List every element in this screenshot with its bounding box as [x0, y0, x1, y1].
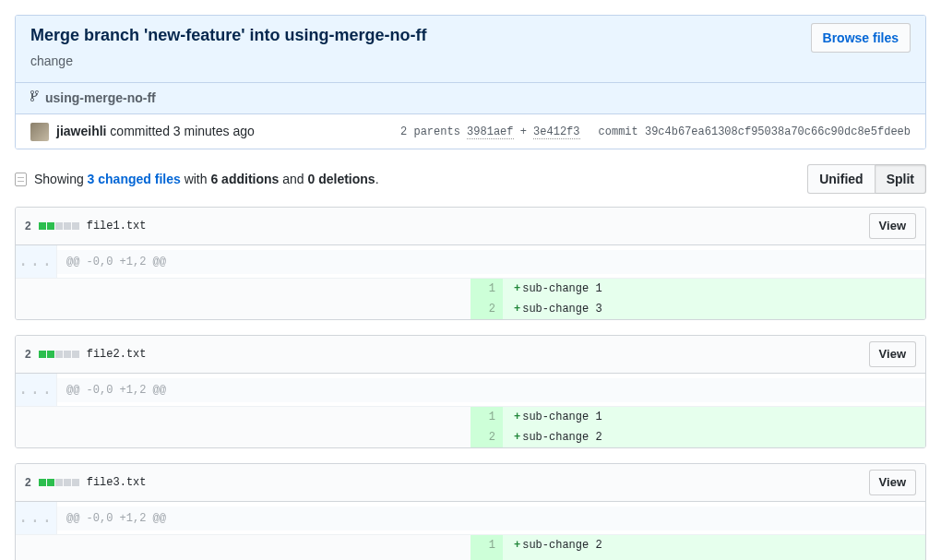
file-panel: 2 file2.txt View ... @@ -0,0 +1,2 @@ 1 +…	[15, 335, 926, 448]
added-line: +sub-change 2	[503, 427, 925, 447]
diff-line: 2 +sub-change 3	[16, 299, 925, 319]
changed-files-link[interactable]: 3 changed files	[88, 172, 181, 186]
line-number: 2	[470, 299, 503, 319]
diff-line: 1 +sub-change 1	[16, 279, 925, 299]
hunk-header: @@ -0,0 +1,2 @@	[57, 506, 925, 530]
commit-full-sha: 39c4b67ea61308cf95038a70c66c90dc8e5fdeeb	[645, 125, 911, 138]
diffstat-icon	[39, 351, 79, 358]
hunk-header: @@ -0,0 +1,2 @@	[57, 250, 925, 274]
file-change-count: 2	[25, 346, 31, 363]
view-file-button[interactable]: View	[869, 470, 916, 495]
avatar[interactable]	[30, 123, 49, 141]
commit-title: Merge branch 'new-feature' into using-me…	[30, 23, 796, 48]
file-name[interactable]: file1.txt	[87, 218, 147, 234]
file-change-count: 2	[25, 474, 31, 491]
added-line: +sub-change 3	[503, 555, 925, 560]
file-name[interactable]: file3.txt	[87, 474, 147, 491]
diff-line: 1 +sub-change 2	[16, 535, 925, 555]
parent-sha-2[interactable]: 3e412f3	[533, 125, 579, 139]
commit-word: commit	[599, 125, 638, 138]
view-file-button[interactable]: View	[869, 341, 916, 367]
file-panel: 2 file3.txt View ... @@ -0,0 +1,2 @@ 1 +…	[15, 463, 926, 560]
additions-count: 6 additions	[210, 172, 279, 186]
diffstat-icon	[39, 222, 79, 230]
browse-files-button[interactable]: Browse files	[811, 23, 911, 53]
expand-hunk-button[interactable]: ...	[16, 245, 57, 278]
line-number: 1	[470, 279, 503, 299]
diff-line: 2 +sub-change 2	[16, 427, 925, 447]
diffstat-icon	[39, 479, 79, 486]
line-number: 2	[470, 427, 503, 447]
file-list-icon[interactable]	[15, 173, 27, 186]
added-line: +sub-change 3	[503, 299, 925, 319]
line-number: 1	[470, 407, 503, 427]
hunk-header: @@ -0,0 +1,2 @@	[57, 378, 925, 402]
summary-text: Showing 3 changed files with 6 additions…	[34, 170, 379, 189]
branch-name: using-merge-no-ff	[45, 89, 156, 108]
committed-word: committed	[110, 124, 170, 138]
file-change-count: 2	[25, 218, 31, 234]
plus-sep: +	[520, 125, 533, 138]
branch-row: using-merge-no-ff	[16, 82, 925, 113]
commit-box: Merge branch 'new-feature' into using-me…	[15, 15, 926, 149]
commit-description: change	[30, 52, 796, 71]
branch-icon	[30, 89, 40, 108]
parents-label: 2 parents	[400, 125, 460, 138]
added-line: +sub-change 2	[503, 535, 925, 555]
relative-time: 3 minutes ago	[173, 124, 255, 138]
parent-sha-1[interactable]: 3981aef	[467, 125, 513, 139]
author-link[interactable]: jiaweihli	[56, 124, 106, 138]
file-panel: 2 file1.txt View ... @@ -0,0 +1,2 @@ 1 +…	[15, 207, 926, 320]
file-name[interactable]: file2.txt	[87, 346, 147, 363]
split-toggle[interactable]: Split	[875, 164, 926, 194]
line-number: 1	[470, 535, 503, 555]
expand-hunk-button[interactable]: ...	[16, 502, 57, 534]
diff-line: 1 +sub-change 1	[16, 407, 925, 427]
added-line: +sub-change 1	[503, 279, 925, 299]
expand-hunk-button[interactable]: ...	[16, 374, 57, 406]
line-number: 2	[470, 555, 503, 560]
added-line: +sub-change 1	[503, 407, 925, 427]
unified-toggle[interactable]: Unified	[807, 164, 875, 194]
diff-line: 2 +sub-change 3	[16, 555, 925, 560]
view-file-button[interactable]: View	[869, 213, 916, 239]
deletions-count: 0 deletions	[307, 172, 375, 186]
